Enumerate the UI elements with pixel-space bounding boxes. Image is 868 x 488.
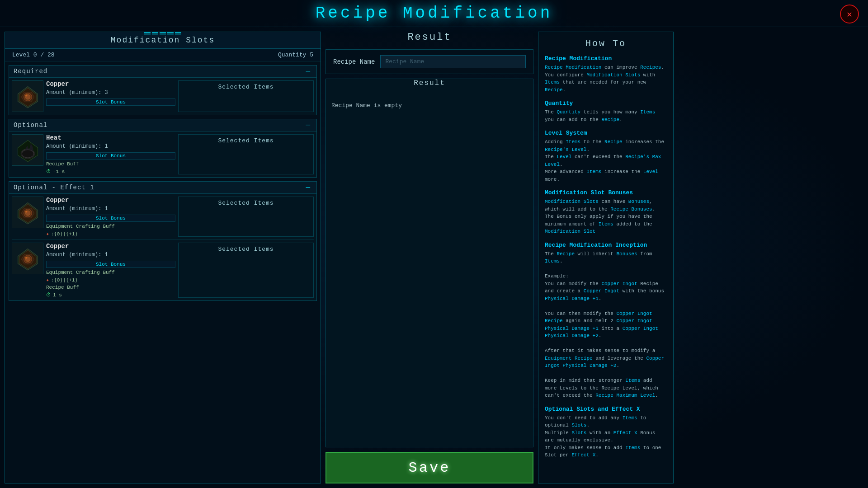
buff-timer-icon: ⏱	[46, 169, 51, 174]
middle-panel: Result Recipe Name Result Recipe Name is…	[321, 32, 538, 483]
optional-slot-bonus: Slot Bonus	[46, 152, 175, 160]
recipe-name-section: Recipe Name	[326, 49, 533, 74]
effect1-slot1-selected-label: Selected Items	[218, 200, 274, 206]
buff-timer-icon-2: ⏱	[46, 292, 51, 298]
right-panel: How To Recipe Modification Recipe Modifi…	[538, 32, 674, 483]
required-item-name: Copper	[46, 80, 175, 88]
svg-point-15	[25, 211, 27, 212]
effect1-slot2-bonus: Slot Bonus	[46, 261, 175, 268]
slots-container: Required —	[5, 61, 321, 483]
optional-section: Optional —	[9, 119, 317, 178]
effect1-slot2-buff1-row: Equipment Crafting Buff	[46, 270, 175, 275]
copper-icon-2	[12, 197, 43, 228]
required-slot-row: Copper Amount (minimum): 3 Slot Bonus Se…	[9, 78, 316, 115]
required-section: Required —	[9, 65, 317, 115]
howto-section-0: Recipe Modification Recipe Modification …	[545, 55, 667, 94]
effect1-slot2-buff2-text: Recipe Buff	[46, 285, 79, 290]
heat-icon	[12, 134, 43, 166]
optional-amount: Amount (minimum): 1	[46, 143, 175, 150]
effect1-slot2-buff1-text: Equipment Crafting Buff	[46, 270, 115, 275]
optional-buff-value-row: ⏱ -1 s	[46, 169, 175, 174]
header: Recipe Modification ✕	[0, 0, 868, 27]
buff-diamond-icon-1: ✦	[46, 231, 49, 237]
optional-item-name: Heat	[46, 134, 175, 141]
effect1-section: Optional - Effect 1 —	[9, 181, 317, 301]
required-selected[interactable]: Selected Items	[178, 80, 314, 112]
svg-point-21	[25, 257, 27, 258]
effect1-slot2-left: Copper Amount (minimum): 1 Slot Bonus Eq…	[46, 243, 175, 298]
effect1-slot2-buff2-row: Recipe Buff	[46, 285, 175, 290]
effect1-slot2-selected[interactable]: Selected Items	[178, 243, 314, 298]
howto-section-2: Level System Adding Items to the Recipe …	[545, 130, 667, 183]
optional-buff-text: Recipe Buff	[46, 161, 79, 167]
effect1-slot1-row: Copper Amount (minimum): 1 Slot Bonus Eq…	[9, 194, 316, 239]
copper-icon-3	[12, 243, 43, 274]
copper-icon-1	[12, 80, 43, 112]
required-title: Required	[14, 68, 47, 75]
required-amount: Amount (minimum): 3	[46, 89, 175, 96]
howto-section-3: Modification Slot Bonuses Modification S…	[545, 189, 667, 235]
optional-selected[interactable]: Selected Items	[178, 134, 314, 174]
recipe-name-label: Recipe Name	[333, 58, 375, 66]
optional-slot-left: Heat Amount (minimum): 1 Slot Bonus Reci…	[46, 134, 175, 174]
effect1-slot1-buff-value: :{0}|{+1}	[51, 231, 78, 237]
howto-text-3: Modification Slots can have Bonuses, whi…	[545, 198, 667, 235]
left-panel: Modification Slots Level 0 / 28 Quantity…	[5, 32, 321, 483]
recipe-name-input[interactable]	[380, 55, 526, 68]
effect1-slot2-buff1-value: :{0}|{+1}	[51, 277, 78, 283]
effect1-slot2-row: Copper Amount (minimum): 1 Slot Bonus Eq…	[9, 240, 316, 300]
howto-section-1: Quantity The Quantity tells you how many…	[545, 100, 667, 123]
required-slot-left: Copper Amount (minimum): 3 Slot Bonus	[46, 80, 175, 112]
howto-section-title-4: Recipe Modification Inception	[545, 242, 667, 249]
effect1-slot1-selected[interactable]: Selected Items	[178, 197, 314, 237]
optional-buff-row: Recipe Buff	[46, 161, 175, 167]
howto-section-4: Recipe Modification Inception The Recipe…	[545, 242, 667, 399]
effect1-slot2-buff2-value: 1 s	[53, 292, 62, 298]
howto-section-title-5: Optional Slots and Effect X	[545, 406, 667, 413]
save-button[interactable]: Save	[326, 452, 533, 483]
modification-slots-title: Modification Slots	[111, 36, 215, 45]
level-stat: Level 0 / 28	[12, 52, 55, 58]
howto-section-title-2: Level System	[545, 130, 667, 136]
effect1-slot2-selected-label: Selected Items	[218, 246, 274, 253]
effect1-slot2-buff1-val-row: ✦ :{0}|{+1}	[46, 277, 175, 283]
panel-stats: Level 0 / 28 Quantity 5	[5, 49, 321, 61]
effect1-slot1-buff-text: Equipment Crafting Buff	[46, 224, 115, 229]
howto-title: How To	[545, 38, 667, 49]
result-wrapper: Result Recipe Name is empty	[326, 79, 533, 447]
howto-section-5: Optional Slots and Effect X You don't ne…	[545, 406, 667, 459]
howto-text-0: Recipe Modification can improve Recipes.…	[545, 64, 667, 94]
effect1-slot1-buff-val-row: ✦ :{0}|{+1}	[46, 231, 175, 237]
howto-section-title-0: Recipe Modification	[545, 55, 667, 62]
effect1-header: Optional - Effect 1 —	[9, 182, 316, 194]
result-panel-title: Result	[407, 32, 451, 43]
effect1-slot1-amount: Amount (minimum): 1	[46, 206, 175, 212]
required-minus[interactable]: —	[304, 67, 312, 75]
optional-selected-label: Selected Items	[218, 137, 274, 144]
howto-text-5: You don't need to add any Items to optio…	[545, 414, 667, 459]
effect1-minus[interactable]: —	[304, 183, 312, 192]
svg-point-5	[25, 94, 27, 96]
optional-minus[interactable]: —	[304, 121, 312, 129]
effect1-slot2-buff2-val-row: ⏱ 1 s	[46, 292, 175, 298]
optional-slot-row: Heat Amount (minimum): 1 Slot Bonus Reci…	[9, 131, 316, 177]
required-slot-bonus: Slot Bonus	[46, 99, 175, 106]
close-button[interactable]: ✕	[840, 5, 859, 23]
effect1-slot2-amount: Amount (minimum): 1	[46, 252, 175, 258]
panel-header: Modification Slots	[5, 32, 321, 49]
required-selected-label: Selected Items	[218, 84, 274, 90]
effect1-slot1-buff-row: Equipment Crafting Buff	[46, 224, 175, 229]
effect1-slot1-bonus: Slot Bonus	[46, 215, 175, 222]
optional-buff-value: -1 s	[53, 169, 65, 174]
howto-section-title-3: Modification Slot Bonuses	[545, 189, 667, 196]
result-inner-title: Result	[326, 79, 533, 91]
buff-diamond-icon-2: ✦	[46, 277, 49, 283]
svg-point-9	[22, 150, 33, 158]
howto-text-2: Adding Items to the Recipe increases the…	[545, 138, 667, 183]
effect1-slot1-left: Copper Amount (minimum): 1 Slot Bonus Eq…	[46, 197, 175, 237]
main-container: Recipe Modification ✕ Modification Slots…	[0, 0, 868, 488]
optional-header: Optional —	[9, 119, 316, 131]
effect1-slot1-name: Copper	[46, 197, 175, 204]
required-header: Required —	[9, 66, 316, 78]
howto-text-1: The Quantity tells you how many Items yo…	[545, 108, 667, 123]
